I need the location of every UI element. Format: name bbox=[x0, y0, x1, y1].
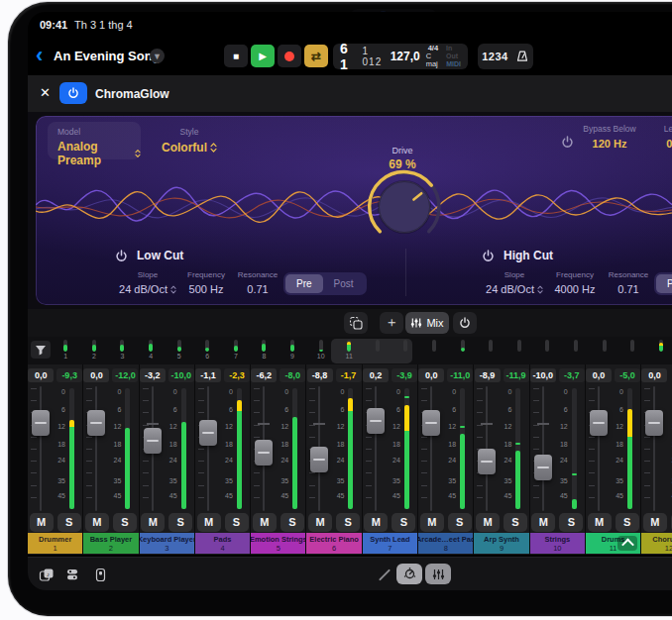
overview-channel[interactable]: 9 bbox=[279, 340, 307, 361]
overview-channel[interactable] bbox=[562, 340, 591, 361]
high-cut-frequency[interactable]: Frequency 4000 Hz bbox=[547, 270, 603, 295]
lcd-display[interactable]: 6 1 1 012 127,0 4/4 C maj In Out MIDI bbox=[333, 44, 468, 69]
high-cut-power-icon[interactable] bbox=[482, 250, 495, 262]
mute-button[interactable]: M bbox=[197, 513, 221, 532]
solo-button[interactable]: S bbox=[559, 513, 583, 532]
overview-channel[interactable] bbox=[392, 340, 420, 361]
fader-zone[interactable]: 061218243545 bbox=[418, 386, 473, 511]
overview-channel[interactable] bbox=[505, 340, 534, 361]
song-title[interactable]: An Evening Song bbox=[54, 49, 161, 63]
overview-channel[interactable]: 11 bbox=[335, 340, 364, 361]
mute-button[interactable]: M bbox=[85, 513, 109, 532]
fader-zone[interactable]: 061218243545 bbox=[586, 386, 640, 511]
track-name-plate[interactable]: Strings 10 bbox=[530, 533, 585, 554]
volume-readout[interactable]: -6,2 bbox=[251, 368, 277, 382]
browser-button[interactable]: ♪ bbox=[36, 564, 57, 585]
solo-button[interactable]: S bbox=[113, 513, 137, 532]
volume-readout[interactable]: -8,8 bbox=[307, 368, 333, 382]
solo-button[interactable]: S bbox=[280, 513, 304, 532]
mute-button[interactable]: M bbox=[253, 513, 277, 532]
mute-button[interactable]: M bbox=[308, 513, 332, 532]
fader-zone[interactable]: 061218243545 bbox=[474, 386, 528, 511]
pre-option[interactable]: Pre bbox=[656, 274, 672, 293]
collapse-chevron-icon[interactable] bbox=[617, 536, 637, 551]
fader-cap[interactable] bbox=[534, 455, 552, 480]
channel-overview-strip[interactable]: 1234567891011 bbox=[28, 337, 672, 366]
bypass-below-control[interactable]: Bypass Below 120 Hz bbox=[577, 124, 642, 150]
volume-readout[interactable]: -10,0 bbox=[530, 368, 556, 382]
mixer-view-button[interactable] bbox=[425, 564, 451, 584]
track-name-plate[interactable]: Keyboard Player 3 bbox=[140, 533, 194, 554]
fader-zone[interactable]: 061218243545 bbox=[28, 386, 82, 511]
track-name-plate[interactable]: Pads 4 bbox=[195, 533, 250, 554]
cycle-button[interactable]: ⇄ bbox=[304, 45, 328, 67]
count-in-button[interactable]: 1234 bbox=[482, 51, 507, 62]
song-menu-chevron-icon[interactable]: ▼ bbox=[150, 49, 165, 63]
fader-cap[interactable] bbox=[478, 449, 496, 474]
mute-button[interactable]: M bbox=[643, 513, 667, 532]
overview-channel[interactable] bbox=[533, 340, 562, 361]
volume-readout[interactable]: 0,0 bbox=[418, 368, 444, 382]
overview-channel[interactable] bbox=[448, 340, 477, 361]
mix-mode-button[interactable]: Mix bbox=[405, 312, 449, 334]
pencil-icon[interactable] bbox=[377, 567, 392, 582]
fader-cap[interactable] bbox=[645, 410, 663, 436]
overview-channel[interactable] bbox=[618, 340, 647, 361]
pre-option[interactable]: Pre bbox=[285, 274, 323, 293]
level-control[interactable]: Level 0.0 bbox=[652, 124, 672, 150]
add-track-button[interactable]: ＋ bbox=[380, 312, 403, 334]
overview-channel[interactable] bbox=[420, 340, 449, 361]
fader-zone[interactable]: 061218243545 bbox=[195, 386, 250, 511]
fader-cap[interactable] bbox=[367, 408, 385, 434]
fader-cap[interactable] bbox=[310, 447, 328, 472]
controls-view-button[interactable] bbox=[396, 564, 422, 584]
overview-channel[interactable] bbox=[646, 340, 672, 361]
volume-readout[interactable]: -3,2 bbox=[140, 368, 166, 382]
fader-cap[interactable] bbox=[422, 410, 440, 436]
solo-button[interactable]: S bbox=[504, 513, 527, 532]
volume-readout[interactable]: 0,0 bbox=[83, 368, 109, 382]
overview-channel[interactable] bbox=[477, 340, 505, 361]
paste-settings-button[interactable] bbox=[344, 312, 368, 334]
low-cut-slope[interactable]: Slope 24 dB/Oct bbox=[115, 270, 180, 295]
low-cut-resonance[interactable]: Resonance 0.71 bbox=[232, 270, 283, 295]
fader-zone[interactable]: 061218243545 bbox=[530, 386, 585, 511]
volume-readout[interactable]: 0,0 bbox=[641, 368, 667, 382]
fader-zone[interactable]: 061218243545 bbox=[140, 386, 194, 511]
style-selector[interactable]: Style Colorful bbox=[153, 122, 226, 159]
solo-button[interactable]: S bbox=[392, 513, 415, 532]
solo-button[interactable]: S bbox=[616, 513, 639, 532]
solo-button[interactable]: S bbox=[168, 513, 192, 532]
overview-channel[interactable]: 3 bbox=[108, 340, 137, 361]
fader-zone[interactable]: 061218243545 bbox=[363, 386, 417, 511]
metronome-icon[interactable] bbox=[515, 50, 529, 63]
overview-channel[interactable]: 1 bbox=[52, 340, 80, 361]
stop-button[interactable]: ■ bbox=[224, 45, 248, 67]
track-name-plate[interactable]: Electric Piano 6 bbox=[306, 533, 361, 554]
volume-readout[interactable]: -1,1 bbox=[195, 368, 221, 382]
fader-cap[interactable] bbox=[590, 410, 608, 436]
overview-channel[interactable] bbox=[364, 340, 392, 361]
close-icon[interactable]: ✕ bbox=[40, 85, 51, 101]
overview-channel[interactable]: 5 bbox=[165, 340, 193, 361]
mute-button[interactable]: M bbox=[588, 513, 612, 532]
fader-cap[interactable] bbox=[144, 428, 162, 454]
high-cut-slope[interactable]: Slope 24 dB/Oct bbox=[482, 270, 547, 295]
track-name-plate[interactable]: Drummer 1 bbox=[28, 533, 82, 554]
overview-channel[interactable]: 4 bbox=[137, 340, 166, 361]
model-selector[interactable]: Model Analog Preamp bbox=[48, 122, 141, 159]
track-name-plate[interactable]: Synth Lead 7 bbox=[363, 533, 417, 554]
track-name-plate[interactable]: Drums 11 bbox=[586, 533, 640, 554]
fader-view-button[interactable] bbox=[89, 564, 111, 585]
solo-button[interactable]: S bbox=[57, 513, 81, 532]
track-name-plate[interactable]: Arcade…eet Pad 8 bbox=[418, 533, 473, 554]
volume-readout[interactable]: 0,2 bbox=[363, 368, 389, 382]
drive-knob[interactable] bbox=[363, 165, 446, 249]
filter-button[interactable] bbox=[31, 341, 51, 359]
fader-zone[interactable]: 061218243545 bbox=[251, 386, 305, 511]
fader-zone[interactable]: 061218243545 bbox=[641, 386, 672, 511]
overview-channel[interactable] bbox=[590, 340, 618, 361]
fader-cap[interactable] bbox=[32, 410, 50, 436]
mute-button[interactable]: M bbox=[364, 513, 388, 532]
volume-readout[interactable]: 0,0 bbox=[586, 368, 612, 382]
